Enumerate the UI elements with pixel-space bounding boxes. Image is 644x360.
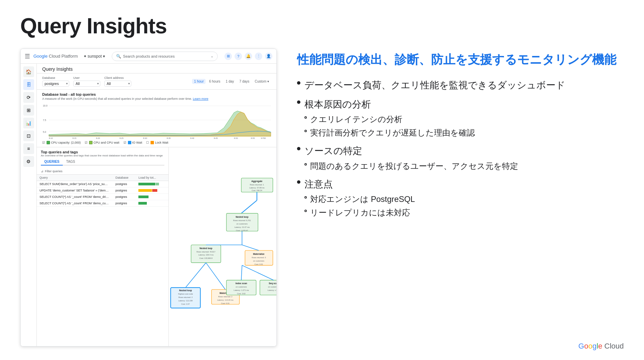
col-query-header[interactable]: Query <box>37 175 113 181</box>
query-load <box>136 187 168 194</box>
main-content: ☰ Google Cloud Platform ✦ sunspot ▾ 🔍 Se… <box>20 49 624 347</box>
hamburger-icon[interactable]: ☰ <box>25 53 30 60</box>
table-row[interactable]: SELECT SUM('demo_order':'price') AS 'pri… <box>37 181 168 187</box>
sub-bullet-2-2: 実行計画分析でクエリが遅延した理由を確認 <box>304 127 475 139</box>
nav-copy-icon[interactable]: ⊡ <box>23 130 34 141</box>
legend-cpu-checkbox[interactable]: ☑ <box>42 141 45 144</box>
svg-text:Nested loop: Nested loop <box>199 247 212 250</box>
sub-label-2-1: クエリレイテンシの分析 <box>310 114 402 125</box>
chart-subtitle: A measure of the work (in CPU-seconds) t… <box>42 97 271 100</box>
nav-home-icon[interactable]: 🏠 <box>23 66 34 77</box>
legend-lock[interactable]: ☐ Lock Wait <box>146 141 168 144</box>
query-load <box>136 194 168 200</box>
grid-icon[interactable]: ⊞ <box>224 53 232 60</box>
legend-cpu-label: CPU capacity: (2,000) <box>51 141 81 144</box>
bullet-text-4: 注意点 対応エンジンは PostgreSQL リードレプリカには未対応 <box>304 178 415 218</box>
gc-letter-g2: g <box>592 342 596 351</box>
nav-list-icon[interactable]: ≡ <box>23 143 34 154</box>
bullet-label-4: 注意点 <box>304 179 333 189</box>
svg-text:8:45: 8:45 <box>214 137 218 139</box>
legend-cpu-capacity[interactable]: ☑ CPU capacity: (2,000) <box>42 141 81 144</box>
chart-svg: 10.0 7.5 5.0 8:10 8:15 8:20 <box>42 102 271 140</box>
svg-text:Aggregate: Aggregate <box>251 180 262 183</box>
tab-tags[interactable]: TAGS <box>63 158 78 166</box>
sub-label-4-1: 対応エンジンは PostgreSQL <box>310 193 415 205</box>
time-1hour-button[interactable]: 1 hour <box>192 79 206 84</box>
bullet-item-4: 注意点 対応エンジンは PostgreSQL リードレプリカには未対応 <box>297 178 624 218</box>
bullet-label-1: データベース負荷、クエリ性能を監視できるダッシュボード <box>304 80 565 90</box>
query-plan-panel: Aggregate Rows returned: 1 Latency: 37.9… <box>169 147 277 346</box>
bullet-dot-2 <box>297 100 300 104</box>
svg-text:8:10: 8:10 <box>49 137 53 139</box>
database-select[interactable]: postgres <box>42 81 69 87</box>
svg-text:on customers: on customers <box>236 286 247 288</box>
sub-bullet-4-1: 対応エンジンは PostgreSQL <box>304 193 415 205</box>
tab-queries[interactable]: QUERIES <box>41 158 63 166</box>
database-filter-group: Database postgres <box>42 76 69 87</box>
gc-letter-e: e <box>598 342 602 351</box>
col-database-header[interactable]: Database <box>113 175 136 181</box>
queries-header: Top queries and tags An overview of the … <box>37 147 168 168</box>
bullet-dot-3 <box>297 147 300 150</box>
plan-diagram-svg: Aggregate Rows returned: 1 Latency: 37.9… <box>169 147 277 346</box>
svg-text:Latency: 37.98 ms: Latency: 37.98 ms <box>249 187 264 189</box>
svg-text:Latency: 21.07 ms: Latency: 21.07 ms <box>234 226 249 228</box>
learn-more-link[interactable]: Learn more <box>193 97 208 100</box>
time-1day-button[interactable]: 1 day <box>224 79 236 84</box>
svg-text:Rows returned: 2: Rows returned: 2 <box>178 296 192 298</box>
project-name: sunspot <box>88 54 102 59</box>
gcp-logo: Google Cloud Platform <box>33 54 78 59</box>
legend-io-label: IO Wait <box>132 141 142 144</box>
filter-icon: ⊿ <box>41 170 44 173</box>
nav-db-icon[interactable]: 🗄 <box>23 79 34 90</box>
svg-text:8:15: 8:15 <box>73 137 77 139</box>
screenshot-mockup: ☰ Google Cloud Platform ✦ sunspot ▾ 🔍 Se… <box>20 49 277 347</box>
user-select[interactable]: All <box>73 81 100 87</box>
svg-text:8:55: 8:55 <box>251 137 255 139</box>
query-database: postgres <box>113 181 136 187</box>
time-6hours-button[interactable]: 6 hours <box>207 79 222 84</box>
legend-cpu-wait[interactable]: ☑ CPU and CPU wait <box>85 141 119 144</box>
table-row[interactable]: SELECT COUNT(*) AS '_count' FROM 'demo_d… <box>37 194 168 200</box>
qi-panel-header: Query Insights <box>37 64 276 73</box>
gcp-search-bar[interactable]: 🔍 Search products and resources ⌄ <box>112 52 218 61</box>
filter-bar: ⊿ Filter queries <box>37 168 168 175</box>
more-icon[interactable]: ⋮ <box>255 53 262 60</box>
database-select-wrap: postgres <box>42 80 69 87</box>
legend-cpuwait-checkbox[interactable]: ☑ <box>85 141 87 144</box>
nav-settings-icon[interactable]: ⚙ <box>23 156 34 167</box>
svg-line-65 <box>185 263 206 288</box>
legend-io[interactable]: ☑ IO Wait <box>124 141 142 144</box>
bullet-dot-4 <box>297 180 300 184</box>
legend-io-checkbox[interactable]: ☑ <box>124 141 126 144</box>
legend-lock-checkbox[interactable]: ☐ <box>146 141 149 144</box>
table-row[interactable]: UPDATE 'demo_customer' SET 'balance' = (… <box>37 187 168 194</box>
time-custom-button[interactable]: Custom ▾ <box>253 79 271 84</box>
nav-grid-icon[interactable]: ⊞ <box>23 105 34 116</box>
help-icon[interactable]: ? <box>235 53 242 60</box>
gcp-nav: 🏠 🗄 ⟳ ⊞ 📊 ⊡ ≡ ⚙ <box>21 64 37 346</box>
svg-text:Rows returned: 1: Rows returned: 1 <box>250 184 264 186</box>
gc-letter-g: G <box>579 342 584 351</box>
qi-filters: Database postgres User All <box>37 73 276 90</box>
queries-table: Query Database Load by tot... SELECT SUM… <box>37 175 168 207</box>
table-row[interactable]: SELECT COUNT(*) AS '_count' FROM 'demo_c… <box>37 200 168 207</box>
sub-list-4: 対応エンジンは PostgreSQL リードレプリカには未対応 <box>304 193 415 218</box>
topbar-icons: ⊞ ? 🔔 ⋮ 👤 <box>224 53 272 60</box>
svg-text:Cost: 133,960.8: Cost: 133,960.8 <box>199 257 212 259</box>
col-load-header[interactable]: Load by tot... <box>136 175 168 181</box>
nav-connect-icon[interactable]: ⟳ <box>23 92 34 103</box>
nav-chart-icon[interactable]: 📊 <box>23 118 34 128</box>
svg-text:Latency: 112.238: Latency: 112.238 <box>178 300 192 302</box>
svg-line-24 <box>241 200 257 213</box>
bell-icon[interactable]: 🔔 <box>245 53 252 60</box>
svg-text:Rows returned: 2: Rows returned: 2 <box>218 296 232 298</box>
client-select[interactable]: All <box>104 81 131 87</box>
chart-canvas: 10.0 7.5 5.0 8:10 8:15 8:20 <box>42 102 271 140</box>
time-7days-button[interactable]: 7 days <box>237 79 251 84</box>
sub-label-3-1: 問題のあるクエリを投げるユーザー、アクセス元を特定 <box>310 160 518 172</box>
gcp-project[interactable]: ✦ sunspot ▾ <box>83 54 105 59</box>
svg-text:Cost: 0.01: Cost: 0.01 <box>254 263 263 265</box>
page-title: Query Insights <box>20 13 624 38</box>
account-icon[interactable]: 👤 <box>265 53 272 60</box>
